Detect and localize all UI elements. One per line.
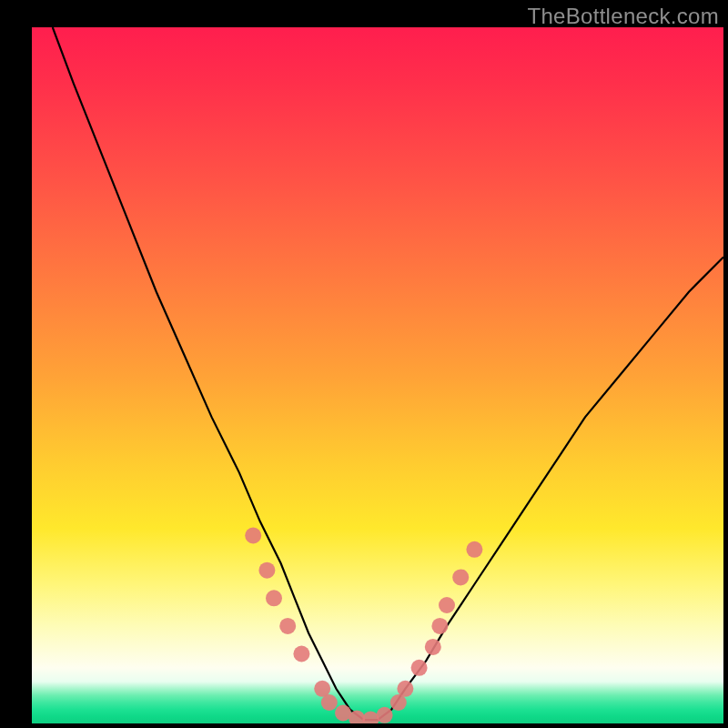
- watermark-label: TheBottleneck.com: [527, 4, 719, 29]
- curve-marker: [245, 528, 261, 544]
- curve-svg: [32, 27, 723, 723]
- curve-markers: [245, 528, 482, 724]
- plot-area: [32, 27, 723, 723]
- bottleneck-curve: [53, 27, 723, 720]
- curve-marker: [258, 562, 275, 579]
- curve-marker: [466, 541, 482, 558]
- curve-marker: [452, 569, 469, 585]
- curve-marker: [431, 618, 448, 634]
- curve-marker: [293, 646, 309, 662]
- curve-marker: [411, 660, 428, 676]
- curve-marker: [377, 707, 393, 723]
- curve-marker: [321, 694, 338, 711]
- curve-marker: [279, 618, 296, 634]
- curve-marker: [397, 681, 413, 697]
- curve-marker: [425, 639, 441, 655]
- curve-marker: [266, 590, 282, 606]
- curve-marker: [362, 711, 379, 723]
- chart-frame: TheBottleneck.com: [0, 0, 728, 728]
- curve-marker: [439, 597, 455, 613]
